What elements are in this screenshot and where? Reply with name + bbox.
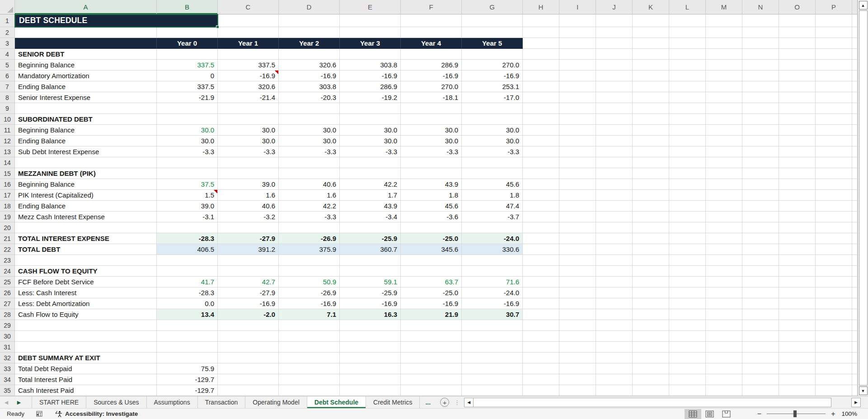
- cell-H12[interactable]: [523, 136, 559, 146]
- cell-G28[interactable]: 30.7: [462, 309, 523, 320]
- cell-O2[interactable]: [779, 27, 816, 38]
- cell-B2[interactable]: [157, 27, 218, 38]
- cell-J26[interactable]: [596, 287, 633, 298]
- cell-E28[interactable]: 16.3: [340, 309, 401, 320]
- cell-P35[interactable]: [816, 385, 852, 396]
- row-header-14[interactable]: 14: [0, 157, 15, 168]
- cell-C4[interactable]: [218, 49, 279, 60]
- cell-F11[interactable]: 30.0: [401, 125, 462, 136]
- row-header-6[interactable]: 6: [0, 71, 15, 81]
- cell-H24[interactable]: [523, 266, 559, 277]
- cell-L16[interactable]: [669, 179, 706, 190]
- row-header-30[interactable]: 30: [0, 331, 15, 342]
- cell-K8[interactable]: [633, 92, 669, 103]
- zoom-level[interactable]: 100%: [841, 410, 857, 417]
- cell-N13[interactable]: [742, 146, 779, 157]
- cell-O29[interactable]: [779, 320, 816, 331]
- cell-A1-title[interactable]: DEBT SCHEDULE: [15, 14, 218, 27]
- row-header-7[interactable]: 7: [0, 81, 15, 92]
- cell-D28[interactable]: 7.1: [279, 309, 340, 320]
- cell-G2[interactable]: [462, 27, 523, 38]
- cell-J15[interactable]: [596, 168, 633, 179]
- cell-F28[interactable]: 21.9: [401, 309, 462, 320]
- cell-J11[interactable]: [596, 125, 633, 136]
- cell-I3[interactable]: [559, 38, 596, 49]
- cell-B29[interactable]: [157, 320, 218, 331]
- row-header-19[interactable]: 19: [0, 212, 15, 222]
- cell-O7[interactable]: [779, 81, 816, 92]
- cell-G23[interactable]: [462, 255, 523, 266]
- cell-L15[interactable]: [669, 168, 706, 179]
- cell-N33[interactable]: [742, 363, 779, 374]
- cell-I27[interactable]: [559, 298, 596, 309]
- tab-scroll-right-icon[interactable]: ▶: [13, 396, 25, 408]
- cell-K34[interactable]: [633, 374, 669, 385]
- cell-B6[interactable]: 0: [157, 71, 218, 81]
- cell-G4[interactable]: [462, 49, 523, 60]
- cell-J13[interactable]: [596, 146, 633, 157]
- row-header-31[interactable]: 31: [0, 342, 15, 353]
- cell-A4[interactable]: SENIOR DEBT: [15, 49, 157, 60]
- cell-C16[interactable]: 39.0: [218, 179, 279, 190]
- cell-B28[interactable]: 13.4: [157, 309, 218, 320]
- cell-I15[interactable]: [559, 168, 596, 179]
- cell-F33[interactable]: [401, 363, 462, 374]
- cell-C34[interactable]: [218, 374, 279, 385]
- cell-B21[interactable]: -28.3: [157, 233, 218, 244]
- cell-L26[interactable]: [669, 287, 706, 298]
- cell-H16[interactable]: [523, 179, 559, 190]
- cell-C31[interactable]: [218, 342, 279, 353]
- cell-G35[interactable]: [462, 385, 523, 396]
- cell-K30[interactable]: [633, 331, 669, 342]
- cell-C24[interactable]: [218, 266, 279, 277]
- cell-O33[interactable]: [779, 363, 816, 374]
- cell-F26[interactable]: -25.0: [401, 287, 462, 298]
- cell-M13[interactable]: [706, 146, 742, 157]
- cell-E7[interactable]: 286.9: [340, 81, 401, 92]
- cell-N4[interactable]: [742, 49, 779, 60]
- cell-N20[interactable]: [742, 222, 779, 233]
- cell-J34[interactable]: [596, 374, 633, 385]
- cell-D6[interactable]: -16.9: [279, 71, 340, 81]
- row-header-18[interactable]: 18: [0, 201, 15, 212]
- cell-H10[interactable]: [523, 114, 559, 125]
- cell-D12[interactable]: 30.0: [279, 136, 340, 146]
- cell-B19[interactable]: -3.1: [157, 212, 218, 222]
- cell-P32[interactable]: [816, 353, 852, 363]
- cell-E16[interactable]: 42.2: [340, 179, 401, 190]
- cell-D15[interactable]: [279, 168, 340, 179]
- cell-H17[interactable]: [523, 190, 559, 201]
- cell-H5[interactable]: [523, 60, 559, 71]
- cell-J33[interactable]: [596, 363, 633, 374]
- cell-J25[interactable]: [596, 277, 633, 287]
- scroll-up-icon[interactable]: ▲: [859, 1, 868, 9]
- cell-G1[interactable]: [462, 14, 523, 27]
- cell-B35[interactable]: -129.7: [157, 385, 218, 396]
- cell-F10[interactable]: [401, 114, 462, 125]
- cell-N26[interactable]: [742, 287, 779, 298]
- cell-J6[interactable]: [596, 71, 633, 81]
- cell-L19[interactable]: [669, 212, 706, 222]
- cell-F14[interactable]: [401, 157, 462, 168]
- cell-H11[interactable]: [523, 125, 559, 136]
- cell-G10[interactable]: [462, 114, 523, 125]
- sheet-tab-debt-schedule[interactable]: Debt Schedule: [307, 396, 366, 408]
- cell-J21[interactable]: [596, 233, 633, 244]
- cell-D4[interactable]: [279, 49, 340, 60]
- zoom-slider-thumb[interactable]: [793, 410, 797, 417]
- cell-L1[interactable]: [669, 14, 706, 27]
- cell-K9[interactable]: [633, 103, 669, 114]
- cell-P6[interactable]: [816, 71, 852, 81]
- cell-D31[interactable]: [279, 342, 340, 353]
- cell-J24[interactable]: [596, 266, 633, 277]
- cell-D24[interactable]: [279, 266, 340, 277]
- cell-A13[interactable]: Sub Debt Interest Expense: [15, 146, 157, 157]
- cell-K2[interactable]: [633, 27, 669, 38]
- cell-L33[interactable]: [669, 363, 706, 374]
- cell-G8[interactable]: -17.0: [462, 92, 523, 103]
- cell-J20[interactable]: [596, 222, 633, 233]
- cell-M33[interactable]: [706, 363, 742, 374]
- cell-P13[interactable]: [816, 146, 852, 157]
- cell-E1[interactable]: [340, 14, 401, 27]
- cell-K35[interactable]: [633, 385, 669, 396]
